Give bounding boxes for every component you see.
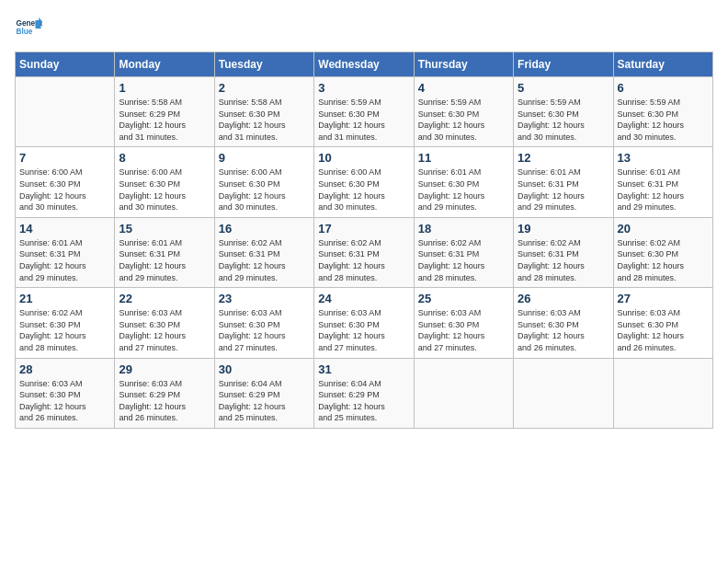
header-friday: Friday: [514, 52, 613, 77]
day-number: 28: [19, 362, 110, 376]
day-number: 12: [518, 151, 609, 165]
day-number: 19: [518, 222, 609, 236]
day-cell: [414, 358, 513, 428]
day-cell: 19Sunrise: 6:02 AMSunset: 6:31 PMDayligh…: [514, 217, 613, 287]
day-number: 31: [318, 362, 409, 376]
calendar-table: SundayMondayTuesdayWednesdayThursdayFrid…: [15, 52, 713, 429]
day-cell: 29Sunrise: 6:03 AMSunset: 6:29 PMDayligh…: [115, 358, 214, 428]
day-number: 1: [119, 81, 210, 95]
day-info: Sunrise: 6:03 AMSunset: 6:30 PMDaylight:…: [618, 307, 709, 353]
day-cell: 13Sunrise: 6:01 AMSunset: 6:31 PMDayligh…: [613, 147, 712, 217]
week-row-2: 7Sunrise: 6:00 AMSunset: 6:30 PMDaylight…: [16, 147, 713, 217]
header-sunday: Sunday: [16, 52, 115, 77]
week-row-3: 14Sunrise: 6:01 AMSunset: 6:31 PMDayligh…: [16, 217, 713, 287]
day-info: Sunrise: 5:58 AMSunset: 6:30 PMDaylight:…: [219, 97, 310, 143]
day-number: 20: [618, 222, 709, 236]
day-number: 11: [418, 151, 509, 165]
day-number: 15: [119, 222, 210, 236]
header-saturday: Saturday: [613, 52, 712, 77]
day-cell: 21Sunrise: 6:02 AMSunset: 6:30 PMDayligh…: [16, 288, 115, 358]
day-cell: [613, 358, 712, 428]
day-info: Sunrise: 6:02 AMSunset: 6:31 PMDaylight:…: [518, 237, 609, 283]
day-info: Sunrise: 6:02 AMSunset: 6:31 PMDaylight:…: [318, 237, 409, 283]
day-number: 8: [119, 151, 210, 165]
day-number: 6: [618, 81, 709, 95]
day-info: Sunrise: 6:03 AMSunset: 6:30 PMDaylight:…: [219, 307, 310, 353]
day-cell: 27Sunrise: 6:03 AMSunset: 6:30 PMDayligh…: [613, 288, 712, 358]
day-info: Sunrise: 6:01 AMSunset: 6:31 PMDaylight:…: [19, 237, 110, 283]
day-number: 4: [418, 81, 509, 95]
day-cell: 1Sunrise: 5:58 AMSunset: 6:29 PMDaylight…: [115, 77, 214, 147]
day-info: Sunrise: 6:01 AMSunset: 6:30 PMDaylight:…: [418, 167, 509, 213]
day-info: Sunrise: 6:02 AMSunset: 6:31 PMDaylight:…: [418, 237, 509, 283]
day-info: Sunrise: 6:00 AMSunset: 6:30 PMDaylight:…: [318, 167, 409, 213]
day-number: 10: [318, 151, 409, 165]
header-wednesday: Wednesday: [314, 52, 414, 77]
day-number: 25: [418, 292, 509, 305]
calendar-body: 1Sunrise: 5:58 AMSunset: 6:29 PMDaylight…: [16, 77, 713, 429]
day-number: 7: [19, 151, 110, 165]
day-cell: 7Sunrise: 6:00 AMSunset: 6:30 PMDaylight…: [16, 147, 115, 217]
day-number: 23: [219, 292, 310, 305]
day-number: 22: [119, 292, 210, 305]
day-cell: 30Sunrise: 6:04 AMSunset: 6:29 PMDayligh…: [214, 358, 313, 428]
day-info: Sunrise: 6:02 AMSunset: 6:31 PMDaylight:…: [219, 237, 310, 283]
header-row: SundayMondayTuesdayWednesdayThursdayFrid…: [16, 52, 713, 77]
day-cell: 26Sunrise: 6:03 AMSunset: 6:30 PMDayligh…: [514, 288, 613, 358]
week-row-4: 21Sunrise: 6:02 AMSunset: 6:30 PMDayligh…: [16, 288, 713, 358]
day-number: 18: [418, 222, 509, 236]
day-cell: [16, 77, 115, 147]
day-cell: 4Sunrise: 5:59 AMSunset: 6:30 PMDaylight…: [414, 77, 513, 147]
svg-text:Blue: Blue: [17, 28, 33, 36]
day-cell: 18Sunrise: 6:02 AMSunset: 6:31 PMDayligh…: [414, 217, 513, 287]
day-cell: 14Sunrise: 6:01 AMSunset: 6:31 PMDayligh…: [16, 217, 115, 287]
day-number: 30: [219, 362, 310, 376]
day-info: Sunrise: 6:03 AMSunset: 6:30 PMDaylight:…: [19, 378, 110, 424]
day-cell: [514, 358, 613, 428]
day-info: Sunrise: 6:00 AMSunset: 6:30 PMDaylight:…: [219, 167, 310, 213]
day-cell: 9Sunrise: 6:00 AMSunset: 6:30 PMDaylight…: [214, 147, 313, 217]
day-info: Sunrise: 6:03 AMSunset: 6:30 PMDaylight:…: [318, 307, 409, 353]
day-info: Sunrise: 6:03 AMSunset: 6:30 PMDaylight:…: [418, 307, 509, 353]
logo: General Blue: [15, 15, 46, 42]
day-cell: 24Sunrise: 6:03 AMSunset: 6:30 PMDayligh…: [314, 288, 414, 358]
page-header: General Blue: [15, 15, 713, 42]
day-number: 3: [318, 81, 409, 95]
day-number: 21: [19, 292, 110, 305]
day-number: 5: [518, 81, 609, 95]
day-cell: 22Sunrise: 6:03 AMSunset: 6:30 PMDayligh…: [115, 288, 214, 358]
day-number: 16: [219, 222, 310, 236]
day-info: Sunrise: 6:04 AMSunset: 6:29 PMDaylight:…: [219, 378, 310, 424]
calendar-header: SundayMondayTuesdayWednesdayThursdayFrid…: [16, 52, 713, 77]
day-number: 14: [19, 222, 110, 236]
day-number: 26: [518, 292, 609, 305]
day-info: Sunrise: 6:03 AMSunset: 6:29 PMDaylight:…: [119, 378, 210, 424]
day-number: 13: [618, 151, 709, 165]
day-info: Sunrise: 5:59 AMSunset: 6:30 PMDaylight:…: [318, 97, 409, 143]
day-info: Sunrise: 6:02 AMSunset: 6:30 PMDaylight:…: [618, 237, 709, 283]
header-thursday: Thursday: [414, 52, 513, 77]
header-tuesday: Tuesday: [214, 52, 313, 77]
day-cell: 10Sunrise: 6:00 AMSunset: 6:30 PMDayligh…: [314, 147, 414, 217]
day-info: Sunrise: 6:01 AMSunset: 6:31 PMDaylight:…: [618, 167, 709, 213]
day-number: 29: [119, 362, 210, 376]
day-cell: 11Sunrise: 6:01 AMSunset: 6:30 PMDayligh…: [414, 147, 513, 217]
day-number: 27: [618, 292, 709, 305]
day-cell: 20Sunrise: 6:02 AMSunset: 6:30 PMDayligh…: [613, 217, 712, 287]
day-info: Sunrise: 6:03 AMSunset: 6:30 PMDaylight:…: [518, 307, 609, 353]
day-info: Sunrise: 5:59 AMSunset: 6:30 PMDaylight:…: [518, 97, 609, 143]
day-number: 2: [219, 81, 310, 95]
day-cell: 3Sunrise: 5:59 AMSunset: 6:30 PMDaylight…: [314, 77, 414, 147]
day-info: Sunrise: 6:01 AMSunset: 6:31 PMDaylight:…: [119, 237, 210, 283]
logo-icon: General Blue: [15, 15, 42, 42]
day-cell: 23Sunrise: 6:03 AMSunset: 6:30 PMDayligh…: [214, 288, 313, 358]
day-cell: 31Sunrise: 6:04 AMSunset: 6:29 PMDayligh…: [314, 358, 414, 428]
week-row-5: 28Sunrise: 6:03 AMSunset: 6:30 PMDayligh…: [16, 358, 713, 428]
day-info: Sunrise: 5:58 AMSunset: 6:29 PMDaylight:…: [119, 97, 210, 143]
day-cell: 5Sunrise: 5:59 AMSunset: 6:30 PMDaylight…: [514, 77, 613, 147]
day-info: Sunrise: 6:00 AMSunset: 6:30 PMDaylight:…: [19, 167, 110, 213]
week-row-1: 1Sunrise: 5:58 AMSunset: 6:29 PMDaylight…: [16, 77, 713, 147]
day-cell: 12Sunrise: 6:01 AMSunset: 6:31 PMDayligh…: [514, 147, 613, 217]
day-cell: 8Sunrise: 6:00 AMSunset: 6:30 PMDaylight…: [115, 147, 214, 217]
day-cell: 15Sunrise: 6:01 AMSunset: 6:31 PMDayligh…: [115, 217, 214, 287]
